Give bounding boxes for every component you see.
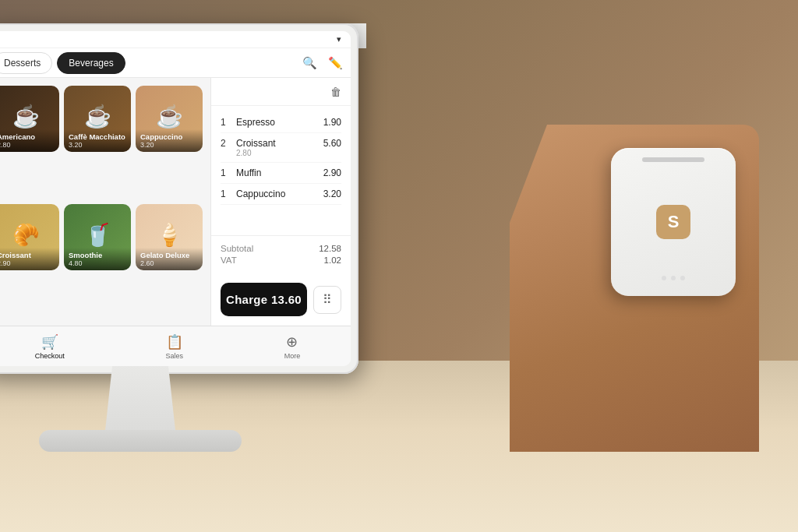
- item-price-muffin: 2.90: [323, 167, 341, 178]
- product-info-gelato: Gelato Deluxe 2.60: [136, 248, 203, 270]
- wifi-icon: ▾: [337, 34, 341, 44]
- product-emoji-macchiato: ☕: [84, 104, 111, 129]
- more-label: More: [284, 352, 301, 360]
- led-1: [662, 276, 666, 280]
- charge-section: Charge 13.60 ⠿: [211, 275, 351, 326]
- subtotal-row: Subtotal 12.58: [221, 244, 341, 253]
- item-price-espresso: 1.90: [323, 117, 341, 128]
- product-name-americano: Americano: [0, 132, 55, 141]
- tab-bar: Desserts Beverages 🔍 ✏️: [0, 48, 351, 78]
- vat-row: VAT 1.02: [221, 255, 341, 265]
- product-info-macchiato: Caffè Macchiato 3.20: [64, 129, 131, 152]
- item-name-muffin: Muffin: [236, 167, 323, 178]
- tab-actions: 🔍 ✏️: [302, 56, 343, 70]
- search-icon[interactable]: 🔍: [302, 56, 317, 70]
- item-price-cappuccino: 3.20: [323, 188, 341, 199]
- item-details-muffin: Muffin: [236, 167, 323, 178]
- terminal-base: [39, 430, 242, 452]
- product-emoji-croissant: 🥐: [12, 222, 40, 248]
- screen-content: ▾ Desserts Beverages 🔍 ✏️ ☕: [0, 31, 351, 366]
- item-name-espresso: Espresso: [236, 117, 323, 128]
- vat-value: 1.02: [324, 255, 341, 265]
- product-name-cappuccino: Cappuccino: [140, 132, 198, 141]
- pos-terminal: ▾ Desserts Beverages 🔍 ✏️ ☕: [0, 23, 366, 452]
- order-items-list: 1 Espresso 1.90 2 Croissant 2.80: [211, 106, 351, 235]
- item-details-espresso: Espresso: [236, 117, 323, 128]
- product-card-cappuccino[interactable]: ☕ Cappuccino 3.20: [136, 86, 203, 152]
- item-qty-espresso: 1: [221, 117, 236, 128]
- product-name-croissant: Croissant: [0, 251, 55, 259]
- edit-icon[interactable]: ✏️: [328, 56, 343, 70]
- status-bar: ▾: [0, 31, 351, 48]
- hand-with-device: S: [494, 125, 759, 452]
- order-panel: 🗑 1 Espresso 1.90 2: [210, 78, 351, 326]
- product-emoji-smoothie: 🥤: [84, 222, 111, 248]
- led-2: [671, 276, 676, 280]
- terminal-screen: ▾ Desserts Beverages 🔍 ✏️ ☕: [0, 23, 358, 374]
- item-details-cappuccino: Cappuccino: [236, 188, 323, 199]
- product-info-croissant: Croissant 2.90: [0, 248, 59, 270]
- led-3: [680, 276, 685, 280]
- product-name-smoothie: Smoothie: [69, 251, 126, 259]
- nav-more[interactable]: ⊕ More: [284, 333, 301, 360]
- sales-icon: 📋: [166, 333, 183, 351]
- order-totals: Subtotal 12.58 VAT 1.02: [211, 235, 351, 275]
- checkout-label: Checkout: [35, 352, 65, 360]
- order-item-muffin: 1 Muffin 2.90: [221, 163, 341, 184]
- product-price-gelato: 2.60: [140, 259, 198, 267]
- tab-desserts[interactable]: Desserts: [0, 52, 52, 74]
- product-card-gelato[interactable]: 🍦 Gelato Deluxe 2.60: [136, 204, 203, 270]
- product-price-smoothie: 4.80: [69, 259, 126, 267]
- subtotal-value: 12.58: [319, 244, 341, 253]
- item-price-croissant: 5.60: [323, 138, 341, 149]
- vat-label: VAT: [221, 255, 237, 265]
- order-item-croissant: 2 Croissant 2.80 5.60: [221, 133, 341, 163]
- checkout-icon: 🛒: [41, 333, 58, 351]
- more-icon: ⊕: [286, 333, 298, 351]
- sumup-card-reader: S: [611, 148, 736, 296]
- product-emoji-gelato: 🍦: [156, 222, 183, 248]
- product-emoji-cappuccino: ☕: [156, 104, 183, 129]
- product-card-croissant[interactable]: 🥐 Croissant 2.90: [0, 204, 59, 270]
- product-price-macchiato: 3.20: [69, 141, 126, 149]
- bottom-nav: 🛒 Checkout 📋 Sales ⊕ More: [0, 326, 351, 366]
- item-name-cappuccino: Cappuccino: [236, 188, 323, 199]
- product-price-americano: 2.80: [0, 141, 55, 149]
- tab-beverages[interactable]: Beverages: [57, 52, 125, 74]
- led-indicators: [662, 276, 685, 280]
- item-name-croissant: Croissant: [236, 138, 323, 149]
- item-qty-muffin: 1: [221, 167, 236, 178]
- delete-order-icon[interactable]: 🗑: [330, 86, 341, 98]
- product-card-macchiato[interactable]: ☕ Caffè Macchiato 3.20: [64, 86, 131, 152]
- main-content: ☕ Americano 2.80 ☕ Caffè Macchiato: [0, 78, 351, 326]
- card-slot: [642, 157, 704, 162]
- order-header: 🗑: [211, 78, 351, 106]
- nav-sales[interactable]: 📋 Sales: [165, 333, 183, 360]
- subtotal-label: Subtotal: [221, 244, 253, 253]
- item-details-croissant: Croissant 2.80: [236, 138, 323, 157]
- product-grid: ☕ Americano 2.80 ☕ Caffè Macchiato: [0, 78, 210, 326]
- product-emoji-americano: ☕: [12, 104, 40, 129]
- product-info-smoothie: Smoothie 4.80: [64, 248, 131, 270]
- product-card-americano[interactable]: ☕ Americano 2.80: [0, 86, 59, 152]
- item-qty-cappuccino: 1: [221, 188, 236, 199]
- product-name-gelato: Gelato Deluxe: [140, 251, 198, 259]
- product-name-macchiato: Caffè Macchiato: [69, 132, 126, 141]
- product-card-smoothie[interactable]: 🥤 Smoothie 4.80: [64, 204, 131, 270]
- charge-button[interactable]: Charge 13.60: [221, 283, 307, 316]
- sales-label: Sales: [165, 352, 183, 360]
- nav-checkout[interactable]: 🛒 Checkout: [35, 333, 65, 360]
- product-info-americano: Americano 2.80: [0, 129, 59, 152]
- card-reader-logo: S: [656, 205, 690, 239]
- order-item-cappuccino: 1 Cappuccino 3.20: [221, 184, 341, 205]
- order-item-espresso: 1 Espresso 1.90: [221, 112, 341, 133]
- product-price-cappuccino: 3.20: [140, 141, 198, 149]
- product-price-croissant: 2.90: [0, 259, 55, 267]
- product-info-cappuccino: Cappuccino 3.20: [136, 129, 203, 152]
- keypad-icon[interactable]: ⠿: [313, 286, 341, 314]
- item-qty-croissant: 2: [221, 138, 236, 149]
- item-sub-croissant: 2.80: [236, 149, 323, 157]
